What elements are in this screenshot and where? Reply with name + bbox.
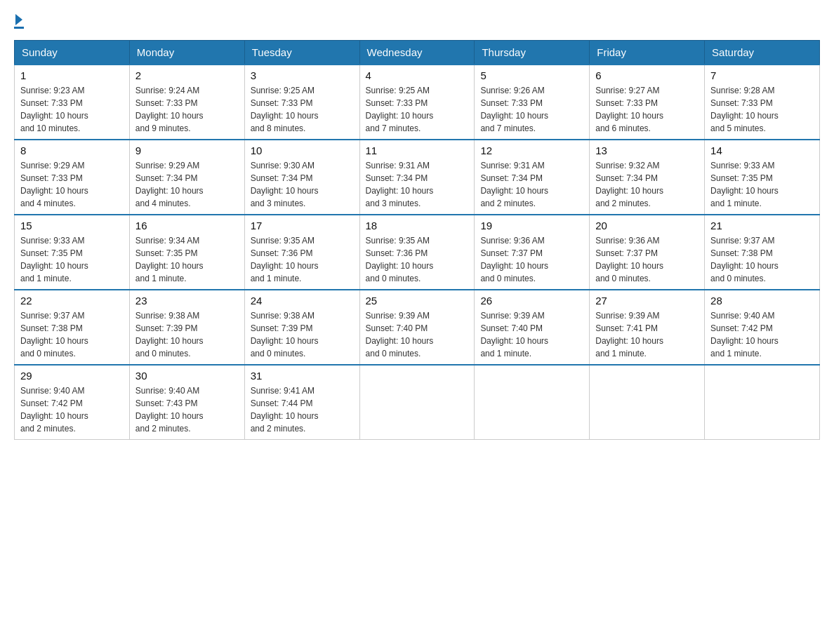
logo-underline [14,27,24,29]
day-cell: 18 Sunrise: 9:35 AMSunset: 7:36 PMDaylig… [359,215,475,290]
day-cell: 31 Sunrise: 9:41 AMSunset: 7:44 PMDaylig… [244,365,359,440]
day-cell: 27 Sunrise: 9:39 AMSunset: 7:41 PMDaylig… [590,290,705,365]
day-cell: 2 Sunrise: 9:24 AMSunset: 7:33 PMDayligh… [129,65,244,140]
day-info: Sunrise: 9:40 AMSunset: 7:42 PMDaylight:… [710,309,814,360]
day-info: Sunrise: 9:40 AMSunset: 7:42 PMDaylight:… [20,384,124,435]
day-cell: 29 Sunrise: 9:40 AMSunset: 7:42 PMDaylig… [15,365,130,440]
day-cell: 10 Sunrise: 9:30 AMSunset: 7:34 PMDaylig… [244,140,359,215]
day-cell [359,365,475,440]
day-info: Sunrise: 9:37 AMSunset: 7:38 PMDaylight:… [20,309,124,360]
day-cell: 9 Sunrise: 9:29 AMSunset: 7:34 PMDayligh… [129,140,244,215]
day-cell: 13 Sunrise: 9:32 AMSunset: 7:34 PMDaylig… [590,140,705,215]
day-cell: 23 Sunrise: 9:38 AMSunset: 7:39 PMDaylig… [129,290,244,365]
day-cell: 30 Sunrise: 9:40 AMSunset: 7:43 PMDaylig… [129,365,244,440]
day-info: Sunrise: 9:35 AMSunset: 7:36 PMDaylight:… [251,234,354,285]
day-info: Sunrise: 9:36 AMSunset: 7:37 PMDaylight:… [480,234,583,285]
day-cell [590,365,705,440]
day-number: 29 [20,370,124,382]
day-info: Sunrise: 9:31 AMSunset: 7:34 PMDaylight:… [480,159,583,210]
day-info: Sunrise: 9:23 AMSunset: 7:33 PMDaylight:… [20,84,124,135]
day-number: 2 [135,69,239,81]
header-cell-saturday: Saturday [705,41,820,65]
day-info: Sunrise: 9:27 AMSunset: 7:33 PMDaylight:… [595,84,699,135]
day-info: Sunrise: 9:24 AMSunset: 7:33 PMDaylight:… [135,84,239,135]
day-cell: 19 Sunrise: 9:36 AMSunset: 7:37 PMDaylig… [475,215,590,290]
day-cell: 22 Sunrise: 9:37 AMSunset: 7:38 PMDaylig… [15,290,130,365]
week-row-5: 29 Sunrise: 9:40 AMSunset: 7:42 PMDaylig… [15,365,820,440]
logo [14,14,24,29]
day-info: Sunrise: 9:29 AMSunset: 7:34 PMDaylight:… [135,159,239,210]
header-cell-sunday: Sunday [15,41,130,65]
day-cell: 28 Sunrise: 9:40 AMSunset: 7:42 PMDaylig… [705,290,820,365]
day-cell: 21 Sunrise: 9:37 AMSunset: 7:38 PMDaylig… [705,215,820,290]
day-info: Sunrise: 9:28 AMSunset: 7:33 PMDaylight:… [710,84,814,135]
day-number: 4 [366,69,469,81]
day-info: Sunrise: 9:38 AMSunset: 7:39 PMDaylight:… [251,309,354,360]
day-number: 30 [135,370,239,382]
day-cell [705,365,820,440]
day-info: Sunrise: 9:29 AMSunset: 7:33 PMDaylight:… [20,159,124,210]
day-number: 7 [710,69,814,81]
day-number: 15 [20,220,124,232]
header-cell-friday: Friday [590,41,705,65]
day-number: 28 [710,295,814,307]
day-number: 5 [480,69,583,81]
day-info: Sunrise: 9:39 AMSunset: 7:40 PMDaylight:… [480,309,583,360]
calendar-table: SundayMondayTuesdayWednesdayThursdayFrid… [14,40,820,440]
day-number: 26 [480,295,583,307]
day-cell: 11 Sunrise: 9:31 AMSunset: 7:34 PMDaylig… [359,140,475,215]
logo-triangle-icon [15,14,22,25]
day-cell: 25 Sunrise: 9:39 AMSunset: 7:40 PMDaylig… [359,290,475,365]
day-cell: 17 Sunrise: 9:35 AMSunset: 7:36 PMDaylig… [244,215,359,290]
day-info: Sunrise: 9:33 AMSunset: 7:35 PMDaylight:… [710,159,814,210]
day-number: 10 [251,145,354,156]
day-info: Sunrise: 9:26 AMSunset: 7:33 PMDaylight:… [480,84,583,135]
day-cell: 15 Sunrise: 9:33 AMSunset: 7:35 PMDaylig… [15,215,130,290]
day-number: 17 [251,220,354,232]
day-info: Sunrise: 9:39 AMSunset: 7:41 PMDaylight:… [595,309,699,360]
day-cell: 6 Sunrise: 9:27 AMSunset: 7:33 PMDayligh… [590,65,705,140]
day-cell: 3 Sunrise: 9:25 AMSunset: 7:33 PMDayligh… [244,65,359,140]
day-info: Sunrise: 9:39 AMSunset: 7:40 PMDaylight:… [366,309,469,360]
day-number: 21 [710,220,814,232]
day-info: Sunrise: 9:40 AMSunset: 7:43 PMDaylight:… [135,384,239,435]
day-number: 11 [366,145,469,156]
day-number: 12 [480,145,583,156]
day-cell: 1 Sunrise: 9:23 AMSunset: 7:33 PMDayligh… [15,65,130,140]
day-number: 14 [710,145,814,156]
header-cell-thursday: Thursday [475,41,590,65]
day-info: Sunrise: 9:33 AMSunset: 7:35 PMDaylight:… [20,234,124,285]
day-cell: 7 Sunrise: 9:28 AMSunset: 7:33 PMDayligh… [705,65,820,140]
day-number: 23 [135,295,239,307]
day-number: 19 [480,220,583,232]
week-row-2: 8 Sunrise: 9:29 AMSunset: 7:33 PMDayligh… [15,140,820,215]
day-info: Sunrise: 9:34 AMSunset: 7:35 PMDaylight:… [135,234,239,285]
day-cell: 24 Sunrise: 9:38 AMSunset: 7:39 PMDaylig… [244,290,359,365]
day-cell: 14 Sunrise: 9:33 AMSunset: 7:35 PMDaylig… [705,140,820,215]
day-info: Sunrise: 9:32 AMSunset: 7:34 PMDaylight:… [595,159,699,210]
day-number: 24 [251,295,354,307]
week-row-4: 22 Sunrise: 9:37 AMSunset: 7:38 PMDaylig… [15,290,820,365]
day-number: 25 [366,295,469,307]
header-cell-monday: Monday [129,41,244,65]
day-number: 8 [20,145,124,156]
day-number: 9 [135,145,239,156]
day-number: 20 [595,220,699,232]
day-info: Sunrise: 9:35 AMSunset: 7:36 PMDaylight:… [366,234,469,285]
day-cell: 16 Sunrise: 9:34 AMSunset: 7:35 PMDaylig… [129,215,244,290]
header-cell-tuesday: Tuesday [244,41,359,65]
day-cell: 12 Sunrise: 9:31 AMSunset: 7:34 PMDaylig… [475,140,590,215]
day-cell: 8 Sunrise: 9:29 AMSunset: 7:33 PMDayligh… [15,140,130,215]
week-row-1: 1 Sunrise: 9:23 AMSunset: 7:33 PMDayligh… [15,65,820,140]
day-number: 18 [366,220,469,232]
day-number: 1 [20,69,124,81]
day-number: 6 [595,69,699,81]
page-header [14,14,820,29]
day-info: Sunrise: 9:30 AMSunset: 7:34 PMDaylight:… [251,159,354,210]
day-info: Sunrise: 9:25 AMSunset: 7:33 PMDaylight:… [366,84,469,135]
week-row-3: 15 Sunrise: 9:33 AMSunset: 7:35 PMDaylig… [15,215,820,290]
day-number: 27 [595,295,699,307]
day-cell: 20 Sunrise: 9:36 AMSunset: 7:37 PMDaylig… [590,215,705,290]
day-number: 13 [595,145,699,156]
day-cell: 26 Sunrise: 9:39 AMSunset: 7:40 PMDaylig… [475,290,590,365]
